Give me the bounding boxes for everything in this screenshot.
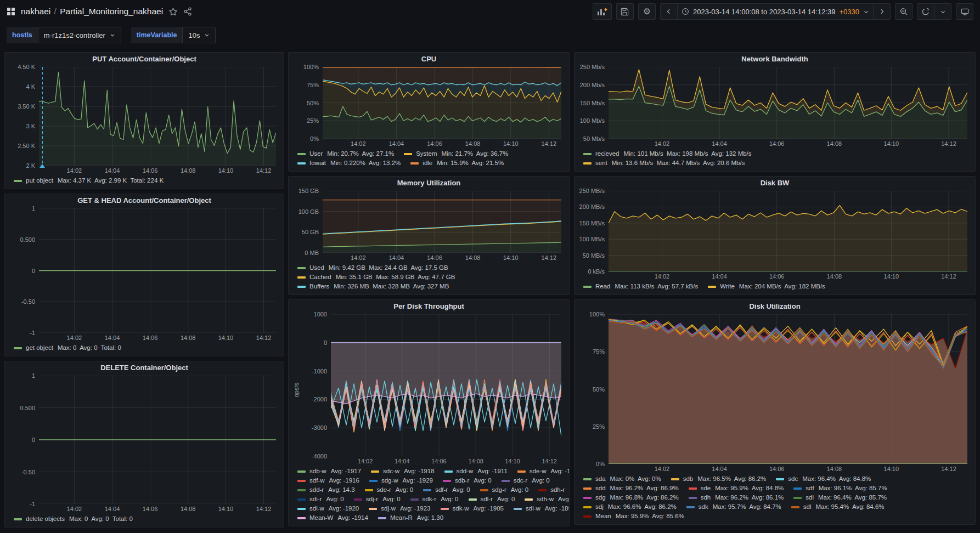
x-tick-label: 14:12 xyxy=(256,167,272,174)
legend-item[interactable]: sdd-wAvg: -1911 xyxy=(444,467,508,476)
star-icon[interactable] xyxy=(168,7,178,16)
legend-item[interactable]: delete objectsMax: 0 Avg: 0 Total: 0 xyxy=(14,514,133,524)
legend-item[interactable]: sdfMax: 96.1% Avg: 85.7% xyxy=(793,484,887,493)
refresh-button[interactable] xyxy=(917,3,934,20)
legend-swatch xyxy=(686,506,695,508)
legend-item[interactable]: IowaitMin: 0.220% Avg: 13.2% xyxy=(297,158,401,168)
legend-item[interactable]: sdk-wAvg: -1905 xyxy=(441,504,504,513)
legend-item[interactable]: sde-wAvg: -1907 xyxy=(517,467,569,476)
legend-item[interactable]: sdf-wAvg: -1916 xyxy=(297,476,359,485)
plot-area[interactable] xyxy=(323,191,561,253)
zoom-out-button[interactable] xyxy=(895,3,913,20)
legend-item[interactable]: sdg-wAvg: -1929 xyxy=(369,476,433,485)
legend-item[interactable]: sdiMax: 96.4% Avg: 85.7% xyxy=(793,493,887,502)
plot-area[interactable] xyxy=(323,67,561,139)
legend-series-stats: Min: 35.1 GB Max: 58.9 GB Avg: 47.7 GB xyxy=(336,273,455,282)
time-range-picker[interactable]: 2023-03-14 14:00:08 to 2023-03-14 14:12:… xyxy=(677,3,874,20)
legend-item[interactable]: sdi-wAvg: -1920 xyxy=(297,504,359,513)
legend-item[interactable]: sdh-rAvg: 0 xyxy=(538,485,569,495)
legend-item[interactable]: Mean-WAvg: -1914 xyxy=(297,513,368,523)
legend-item[interactable]: sdgMax: 96.8% Avg: 86.2% xyxy=(583,493,679,502)
legend-series-stats: Avg: -1911 xyxy=(477,467,508,476)
legend-item[interactable]: sentMin: 13.6 Mb/s Max: 44.7 Mb/s Avg: 2… xyxy=(583,158,745,168)
panel-title[interactable]: GET & HEAD Account/Container/Object xyxy=(5,194,284,207)
kiosk-mode-button[interactable] xyxy=(956,3,973,20)
legend-item[interactable]: sdlMax: 95.4% Avg: 84.6% xyxy=(791,502,885,512)
legend-item[interactable]: sdhMax: 96.2% Avg: 86.1% xyxy=(689,493,784,502)
legend-item[interactable]: sdl-rAvg: 0 xyxy=(469,495,515,504)
x-tick-label: 14:06 xyxy=(143,334,158,341)
legend-item[interactable]: sdkMax: 95.7% Avg: 84.7% xyxy=(686,502,781,512)
panel-title[interactable]: DELETE Container/Object xyxy=(5,361,284,375)
y-tick-label: 100 GB xyxy=(298,208,319,215)
add-panel-button[interactable] xyxy=(593,3,612,20)
breadcrumb-folder[interactable]: nakhaei xyxy=(21,7,50,16)
legend-item[interactable]: sdjMax: 96.6% Avg: 86.2% xyxy=(583,502,677,512)
plot-area[interactable] xyxy=(609,191,967,271)
y-tick-label: 200 Mb/s xyxy=(580,82,605,88)
legend-item[interactable]: sdc-wAvg: -1918 xyxy=(371,467,434,476)
panel-title[interactable]: Disk BW xyxy=(575,177,975,190)
legend-item[interactable]: sdj-rAvg: 0 xyxy=(354,495,401,504)
legend-item[interactable]: sdeMax: 95.9% Avg: 84.8% xyxy=(689,484,784,493)
legend-item[interactable]: WriteMax: 204 MB/s Avg: 182 MB/s xyxy=(708,282,825,291)
variable-value-dropdown[interactable]: 10s xyxy=(182,27,216,43)
legend-item[interactable]: Mean-RAvg: 1.30 xyxy=(378,513,443,523)
legend-item[interactable]: sdl-wAvg: -1899 xyxy=(514,504,569,513)
legend-item[interactable]: recievedMin: 101 Mb/s Max: 198 Mb/s Avg:… xyxy=(583,149,752,158)
legend-item[interactable]: put objectMax: 4.37 K Avg: 2.99 K Total:… xyxy=(14,176,164,185)
legend-item[interactable]: sdg-rAvg: 0 xyxy=(480,485,529,495)
variable-value-dropdown[interactable]: m-r1z1s2-controller xyxy=(38,27,121,43)
legend-item[interactable]: sdh-wAvg: -1909 xyxy=(525,495,569,504)
plot-area[interactable] xyxy=(609,67,967,139)
legend-series-name: put object xyxy=(26,176,53,185)
legend-item[interactable]: sdb-rAvg: 0 xyxy=(443,476,492,485)
legend-series-name: Mean xyxy=(595,512,611,521)
plot-area[interactable] xyxy=(39,67,276,166)
legend-item[interactable]: sdi-rAvg: 0 xyxy=(297,495,344,504)
panel-title[interactable]: CPU xyxy=(289,53,569,66)
legend-item[interactable]: UserMin: 20.7% Avg: 27.1% xyxy=(297,149,394,158)
legend-item[interactable]: sddMax: 96.2% Avg: 86.9% xyxy=(583,484,679,493)
legend-item[interactable]: ReadMax: 113 kB/s Avg: 57.7 kB/s xyxy=(583,282,698,291)
dashboard-settings-button[interactable]: ⚙ xyxy=(638,3,656,20)
legend-item[interactable]: idleMin: 15.9% Avg: 21.5% xyxy=(410,158,504,168)
dashboards-grid-icon[interactable] xyxy=(7,7,15,16)
x-tick-label: 14:08 xyxy=(181,506,196,512)
legend-item[interactable]: sdd-rAvg: 14.3 xyxy=(297,485,355,495)
legend-item[interactable]: sdcMax: 96.4% Avg: 84.8% xyxy=(776,474,871,484)
legend-item[interactable]: get objectMax: 0 Avg: 0 Total: 0 xyxy=(14,343,121,353)
legend-item[interactable]: sdaMax: 0% Avg: 0% xyxy=(583,474,661,484)
share-icon[interactable] xyxy=(183,7,192,16)
legend-item[interactable]: sdb-wAvg: -1917 xyxy=(297,467,361,476)
plot-area[interactable] xyxy=(331,314,561,456)
panel-title[interactable]: Memory Utilization xyxy=(289,177,569,190)
plot-area[interactable] xyxy=(39,208,276,333)
legend-series-name: sdg-w xyxy=(381,476,398,485)
refresh-interval-dropdown[interactable] xyxy=(934,3,951,20)
legend-item[interactable]: MeanMax: 95.9% Avg: 85.6% xyxy=(583,512,684,521)
panel-title[interactable]: Disk Utilization xyxy=(575,300,975,313)
legend-item[interactable]: BuffersMin: 326 MB Max: 328 MB Avg: 327 … xyxy=(297,282,449,291)
plot-area[interactable] xyxy=(39,376,276,504)
legend-item[interactable]: UsedMin: 9.42 GB Max: 24.4 GB Avg: 17.5 … xyxy=(297,263,448,273)
panel-title[interactable]: PUT Account/Container/Object xyxy=(5,53,284,66)
legend-swatch xyxy=(583,162,592,165)
y-tick-label: 0.500 xyxy=(20,236,35,243)
time-range-forward-button[interactable] xyxy=(873,3,891,20)
legend-item[interactable]: sde-rAvg: 0 xyxy=(365,485,414,495)
time-range-back-button[interactable] xyxy=(660,3,678,20)
legend-item[interactable]: sdbMax: 96.5% Avg: 86.2% xyxy=(671,474,767,484)
legend-item[interactable]: sdf-rAvg: 0 xyxy=(423,485,470,495)
legend-item[interactable]: CachedMin: 35.1 GB Max: 58.9 GB Avg: 47.… xyxy=(297,273,455,282)
legend-item[interactable]: sdc-rAvg: 0 xyxy=(502,476,550,485)
panel-title[interactable]: Network Bandwidth xyxy=(575,53,975,66)
legend-item[interactable]: sdk-rAvg: 0 xyxy=(410,495,459,504)
breadcrumb-dashboard[interactable]: Partial_Monitoring_nakhaei xyxy=(60,7,163,16)
legend-item[interactable]: SystemMin: 21.7% Avg: 36.7% xyxy=(404,149,508,158)
legend-series-stats: Max: 4.37 K Avg: 2.99 K Total: 224 K xyxy=(58,176,164,185)
legend-item[interactable]: sdj-wAvg: -1923 xyxy=(369,504,430,513)
plot-area[interactable] xyxy=(609,314,967,464)
save-dashboard-button[interactable] xyxy=(616,3,634,20)
panel-title[interactable]: Per Disk Throughput xyxy=(289,300,569,313)
